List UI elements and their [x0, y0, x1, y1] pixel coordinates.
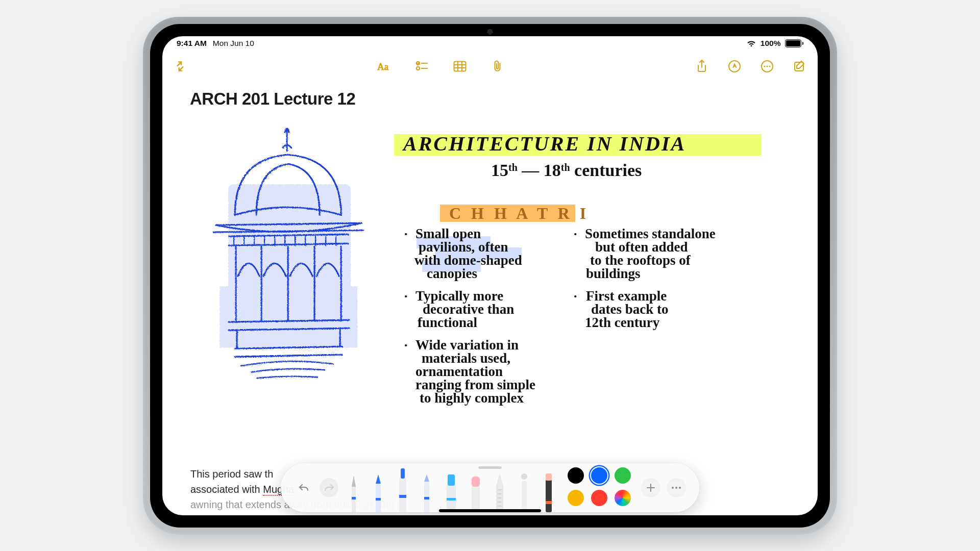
- svg-rect-85: [546, 501, 552, 504]
- battery-icon: [785, 39, 804, 47]
- svg-text:·: ·: [574, 289, 577, 304]
- wifi-icon: [746, 40, 756, 47]
- hand-section: C H H A T R I: [449, 204, 589, 222]
- svg-point-89: [675, 487, 677, 489]
- tool-fill[interactable]: [537, 470, 560, 512]
- svg-text:·: ·: [404, 289, 408, 304]
- svg-text:Aa: Aa: [377, 61, 389, 72]
- typed-line-2a: associated with: [190, 484, 263, 495]
- battery-pct: 100%: [761, 39, 781, 48]
- svg-rect-74: [472, 484, 480, 512]
- svg-rect-75: [472, 477, 480, 487]
- notes-toolbar: Aa: [162, 54, 818, 79]
- svg-text:·: ·: [574, 227, 577, 241]
- svg-rect-68: [399, 495, 406, 498]
- swatch-yellow[interactable]: [568, 490, 584, 506]
- svg-point-82: [521, 473, 527, 480]
- svg-point-13: [766, 65, 768, 67]
- svg-rect-67: [401, 468, 405, 479]
- tool-ruler[interactable]: [488, 470, 511, 512]
- handwriting-canvas[interactable]: ARCHITECTURE IN INDIA 15th — 18th centur…: [190, 118, 790, 444]
- palette-more-button[interactable]: [667, 478, 686, 497]
- ipad-frame: 9:41 AM Mon Jun 10 100%: [143, 17, 837, 535]
- swatch-black[interactable]: [568, 467, 584, 484]
- hand-subheading: 15th — 18th centuries: [491, 161, 642, 180]
- svg-rect-63: [352, 497, 356, 499]
- svg-rect-70: [424, 497, 429, 499]
- status-time: 9:41 AM: [177, 39, 207, 48]
- share-icon[interactable]: [693, 58, 710, 75]
- status-date: Mon Jun 10: [213, 39, 254, 48]
- swatch-green[interactable]: [615, 467, 631, 484]
- tool-highlighter[interactable]: [440, 470, 462, 512]
- checklist-icon[interactable]: [413, 58, 431, 75]
- front-camera: [487, 29, 493, 35]
- home-indicator[interactable]: [439, 509, 541, 512]
- svg-point-90: [679, 487, 681, 489]
- svg-point-88: [672, 487, 674, 489]
- tool-lasso[interactable]: [513, 470, 535, 512]
- more-icon[interactable]: [758, 58, 776, 75]
- tool-marker[interactable]: [391, 470, 414, 512]
- svg-rect-84: [546, 473, 552, 481]
- svg-rect-5: [454, 62, 466, 71]
- swatch-color-picker[interactable]: [615, 490, 631, 506]
- tool-eraser[interactable]: [464, 470, 487, 512]
- svg-text:·: ·: [404, 227, 408, 241]
- add-tool-button[interactable]: [641, 478, 660, 497]
- svg-point-3: [416, 67, 420, 70]
- svg-rect-72: [448, 474, 455, 486]
- svg-rect-81: [522, 481, 527, 512]
- compose-icon[interactable]: [791, 58, 808, 75]
- svg-text:canopies: canopies: [427, 266, 477, 281]
- markup-tool-palette[interactable]: [281, 463, 699, 512]
- svg-rect-83: [546, 480, 552, 512]
- collapse-sidebar-icon[interactable]: [172, 58, 189, 75]
- svg-text:buildings: buildings: [586, 266, 641, 281]
- screen: 9:41 AM Mon Jun 10 100%: [162, 36, 818, 515]
- tool-pen[interactable]: [342, 470, 365, 512]
- undo-button[interactable]: [294, 478, 313, 497]
- svg-text:·: ·: [404, 338, 408, 353]
- swatch-blue[interactable]: [591, 467, 607, 484]
- note-body[interactable]: ARCH 201 Lecture 12: [162, 80, 818, 515]
- svg-rect-73: [447, 498, 456, 500]
- text-format-icon[interactable]: Aa: [376, 58, 393, 75]
- typed-line-1: This period saw th: [190, 468, 273, 480]
- swatch-red[interactable]: [591, 490, 607, 506]
- svg-point-14: [769, 65, 770, 67]
- svg-rect-65: [376, 498, 381, 500]
- color-swatches: [568, 467, 633, 508]
- palette-drag-handle[interactable]: [478, 466, 502, 469]
- markup-icon[interactable]: [726, 58, 743, 75]
- attachment-icon[interactable]: [489, 58, 506, 75]
- redo-button[interactable]: [320, 478, 339, 497]
- svg-text:to highly complex: to highly complex: [420, 390, 524, 406]
- svg-text:12th century: 12th century: [585, 315, 660, 330]
- status-bar: 9:41 AM Mon Jun 10 100%: [162, 36, 818, 51]
- hand-heading: ARCHITECTURE IN INDIA: [402, 132, 686, 155]
- note-title: ARCH 201 Lecture 12: [190, 89, 790, 109]
- svg-point-12: [764, 65, 765, 67]
- ipad-bezel: 9:41 AM Mon Jun 10 100%: [150, 24, 830, 528]
- table-icon[interactable]: [451, 58, 469, 75]
- tool-crayon[interactable]: [415, 470, 438, 512]
- tool-pencil[interactable]: [367, 470, 389, 512]
- svg-text:functional: functional: [418, 315, 478, 330]
